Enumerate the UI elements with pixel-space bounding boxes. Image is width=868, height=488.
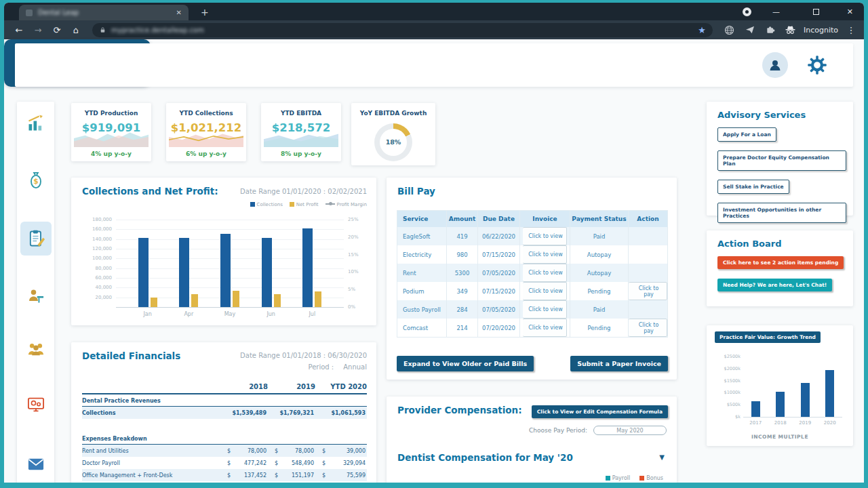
provider-compensation-card: Provider Compensation: Click to View or … [387, 396, 677, 483]
forward-icon[interactable]: → [30, 25, 46, 35]
extensions-puzzle-icon[interactable] [762, 24, 779, 35]
bill-pay-table: ServiceAmountDue DateInvoicePayment Stat… [397, 210, 668, 338]
advisory-button[interactable]: Prepare Doctor Equity Compensation Plan [717, 150, 846, 171]
row-label: Rent and Utilities [82, 448, 220, 454]
nav-messages[interactable] [22, 451, 50, 478]
net-profit-bar [315, 291, 321, 307]
browser-navbar: ← → ⟳ ⌂ mypractice.dentalleap.com ★ Inco… [4, 20, 864, 39]
back-icon[interactable]: ← [11, 25, 27, 35]
currency-sign: $ [322, 472, 326, 479]
nav-systems[interactable] [22, 391, 50, 418]
browser-window: Dental Leap ✕ + — ✕ ← → ⟳ ⌂ mypractice.d… [4, 3, 864, 483]
status-circle-icon[interactable] [743, 3, 751, 20]
financials-table: 20182019YTD 2020Dental Practice Revenues… [82, 383, 367, 481]
bar-group: Apr [179, 238, 198, 307]
section-row: Expenses Breakdown [82, 432, 367, 445]
address-bar[interactable]: mypractice.dentalleap.com ★ [92, 23, 713, 37]
nav-patients[interactable] [22, 336, 50, 363]
url-text: mypractice.dentalleap.com [111, 26, 204, 34]
minimize-button[interactable]: — [772, 3, 780, 20]
kpi-title: YTD Collections [166, 110, 246, 117]
envelope-icon [26, 455, 45, 474]
kpi-delta: 6% up y-o-y [166, 150, 246, 157]
header-cell: Service [397, 211, 446, 227]
fair-value-card: Practice Fair Value: Growth Trend $2500k… [707, 325, 853, 446]
click-to-view-link[interactable]: Click to view [523, 300, 567, 319]
maximize-button[interactable] [813, 3, 819, 20]
settings-button[interactable] [807, 55, 827, 78]
data-cell: Paid [570, 300, 628, 319]
click-to-view-link[interactable]: Click to view [523, 227, 567, 245]
click-to-view-link[interactable]: Click to view [523, 319, 567, 337]
submit-invoice-button[interactable]: Submit a Paper Invoice [570, 356, 668, 371]
click-to-pay-button[interactable]: Click to pay [629, 319, 667, 337]
click-to-view-link[interactable]: Click to view [523, 282, 567, 300]
nav-revenue[interactable]: $ [22, 167, 50, 194]
amount-value: 151,197 [292, 472, 314, 479]
net-profit-bar [274, 294, 281, 307]
browser-tab[interactable]: Dental Leap ✕ [19, 5, 189, 20]
amount-cell: $1,769,321 [268, 410, 315, 416]
currency-sign: $ [322, 460, 326, 466]
advisory-button[interactable]: Apply For a Loan [717, 127, 776, 142]
kpi-card-collections: YTD Collections $1,021,212 6% up y-o-y [166, 103, 246, 161]
menu-kebab-icon[interactable]: ⋮ [845, 25, 857, 35]
y-axis-label: 80,000 [78, 266, 112, 271]
amount-cell: $1,539,489 [220, 410, 268, 416]
tab-close-icon[interactable]: ✕ [176, 9, 182, 16]
edit-compensation-button[interactable]: Click to View or Edit Compensation Formu… [532, 405, 668, 418]
monitor-gears-icon [26, 395, 45, 414]
x-axis-label: Jun [262, 311, 281, 317]
nav-payroll[interactable] [22, 283, 50, 310]
spacer-row [82, 419, 367, 432]
row-label: Doctor Payroll [82, 460, 220, 466]
amount-value: 78,000 [248, 448, 267, 454]
click-to-view-link[interactable]: Click to view [523, 245, 567, 264]
bar-group: Jan [138, 238, 157, 307]
advisory-button[interactable]: Sell Stake in Practice [717, 180, 789, 194]
value-bar: 2020 [825, 370, 834, 417]
app-header [15, 43, 853, 87]
close-button[interactable]: ✕ [847, 3, 853, 20]
money-bag-icon: $ [26, 171, 45, 190]
svg-text:$: $ [33, 177, 38, 185]
send-extension-icon[interactable] [741, 24, 759, 35]
home-icon[interactable]: ⌂ [68, 25, 84, 35]
click-to-pay-button[interactable]: Click to pay [629, 282, 667, 300]
bar-chart-plot: 180,000160,000140,000120,000100,00080,00… [116, 220, 344, 308]
data-cell: 06/22/2020 [477, 227, 519, 245]
bar-group: Jun [262, 238, 281, 307]
nav-reports-active[interactable] [20, 222, 52, 256]
chevron-down-icon[interactable]: ▼ [659, 453, 665, 461]
expand-bills-button[interactable]: Expand to View Older or Paid Bills [397, 356, 534, 371]
pay-period-select[interactable]: May 2020 [593, 426, 667, 435]
avatar[interactable] [762, 52, 788, 78]
net-profit-bar [151, 298, 157, 307]
need-help-chat-button[interactable]: Need Help? We are here, Let's Chat! [717, 279, 832, 291]
click-to-view-link[interactable]: Click to view [523, 264, 567, 282]
section-title: Bill Pay [397, 186, 435, 197]
y-axis-label-right: 20% [348, 235, 372, 240]
compensation-legend: Payroll Bonus [606, 475, 663, 481]
advisory-button[interactable]: Investment Opportunities in other Practi… [717, 203, 846, 223]
kpi-title: YTD Production [71, 110, 151, 117]
tab-title: Dental Leap [38, 9, 171, 16]
pending-actions-button[interactable]: Click here to see 2 action items pending [717, 256, 844, 269]
nav-analytics[interactable] [22, 110, 50, 137]
incognito-label: Incognito [804, 26, 838, 35]
data-cell: 07/15/2020 [477, 245, 519, 264]
kpi-value: $218,572 [261, 121, 341, 134]
data-cell: EagleSoft [397, 227, 446, 245]
bill-row: Rent530007/05/2020Click to viewAutopay [397, 264, 667, 282]
x-axis-label: 2019 [795, 420, 815, 426]
data-cell: 07/15/2020 [477, 282, 519, 300]
bookmark-star-icon[interactable]: ★ [698, 25, 706, 35]
amount-value: 75,599 [347, 472, 366, 479]
bars-row: JanAprMayJunJul [116, 220, 344, 307]
side-nav: $ [17, 102, 54, 483]
globe-extension-icon[interactable] [721, 24, 738, 36]
bill-row: Gusto Payroll28407/05/2020Click to viewP… [397, 300, 667, 319]
y-axis-label: $1000k [712, 390, 741, 395]
reload-icon[interactable]: ⟳ [49, 25, 65, 35]
new-tab-button[interactable]: + [201, 6, 209, 18]
